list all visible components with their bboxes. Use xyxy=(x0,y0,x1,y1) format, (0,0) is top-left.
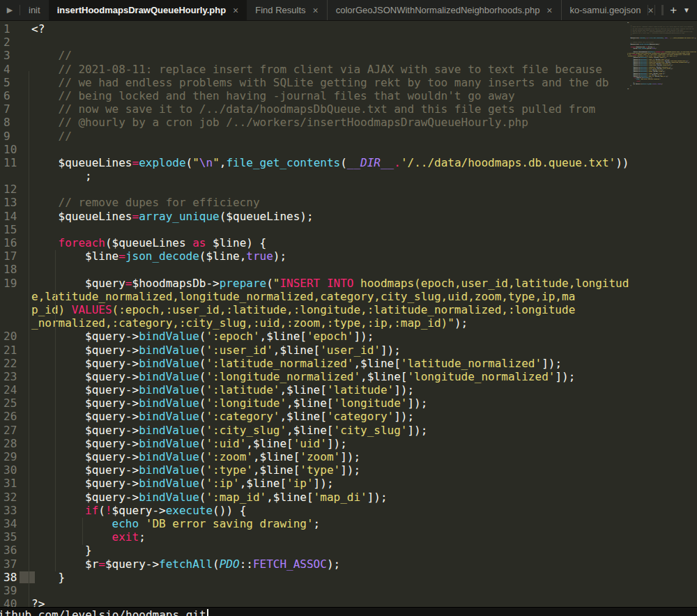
code-line: $queueLines=explode("\n",file_get_conten… xyxy=(627,37,697,38)
line-number: 26 xyxy=(3,410,27,423)
code-line: $queueLines=array_unique($queueLines); xyxy=(31,210,697,223)
line-number: 25 xyxy=(3,396,27,410)
line-number: 19 xyxy=(3,277,27,290)
code-line: // remove dupes for efficiecny xyxy=(31,196,697,209)
close-tab-icon[interactable]: × xyxy=(313,5,319,16)
tab-label: insertHoodmapsDrawQueueHourly.php xyxy=(57,5,226,15)
tab-label: colorGeoJSONWithNormalizedNeighborhoods.… xyxy=(336,5,540,15)
line-number: 2 xyxy=(3,36,27,49)
code-line: $query->bindValue(':city_slug',$line['ci… xyxy=(31,424,697,437)
tab[interactable]: init xyxy=(20,0,49,20)
code-line: $query->bindValue(':longitude',$line['lo… xyxy=(31,396,697,410)
code-line: e,latitude_normalized,longitude_normaliz… xyxy=(31,290,697,303)
code-line: <? xyxy=(31,22,697,36)
line-number xyxy=(3,316,27,330)
line-number: 38 xyxy=(3,571,27,584)
line-number: 14 xyxy=(3,210,27,223)
code-line: $query->bindValue(':zoom',$line['zoom'])… xyxy=(31,450,697,463)
tab-label: init xyxy=(29,5,40,15)
close-tab-icon[interactable]: × xyxy=(233,5,238,16)
code-line xyxy=(31,36,697,49)
minimap[interactable]: <? // // 2021-08-11: replace insert from… xyxy=(627,22,697,93)
line-number: 8 xyxy=(3,116,27,129)
code-line: $query->bindValue(':type',$line['type'])… xyxy=(31,463,697,477)
code-editor[interactable]: 1234567891011121314151617181920212223242… xyxy=(0,21,697,616)
code-line: } xyxy=(31,571,697,584)
tab-overflow-button[interactable]: ▼ xyxy=(683,6,690,14)
code-line: _normalized,:category,:city_slug,:uid,:z… xyxy=(31,316,697,330)
code-line: $query=$hoodmapsDb->prepare("INSERT INTO… xyxy=(31,277,697,290)
code-line: $query->bindValue(':user_id',$line['user… xyxy=(31,344,697,357)
line-number: 11 xyxy=(3,156,27,169)
line-number: 30 xyxy=(3,463,27,477)
code-line: $query->bindValue(':uid',$line['uid']); xyxy=(31,437,697,450)
code-line: $query->bindValue(':epoch',$line['epoch'… xyxy=(31,330,697,343)
tab[interactable]: Find Results× xyxy=(247,0,326,20)
line-number: 27 xyxy=(3,424,27,437)
indent-guide xyxy=(82,518,83,545)
line-number: 22 xyxy=(3,357,27,370)
code-line: p_id) VALUES(:epoch,:user_id,:latitude,:… xyxy=(31,303,697,316)
tab-separator xyxy=(654,5,655,15)
code-line: $query->bindValue(':category',$line['cat… xyxy=(31,410,697,423)
play-icon: ▶ xyxy=(7,6,13,15)
line-number: 35 xyxy=(3,530,27,544)
code-line: // 2021-08-11: replace insert from clien… xyxy=(31,63,697,76)
tab[interactable]: colorGeoJSONWithNormalizedNeighborhoods.… xyxy=(327,0,561,20)
line-number: 6 xyxy=(3,89,27,102)
line-number xyxy=(3,303,27,316)
code-line: exit; xyxy=(31,530,697,544)
tab-separator xyxy=(661,5,664,15)
tab-label: ko-samui.geojson xyxy=(570,5,641,15)
line-number: 21 xyxy=(3,344,27,357)
minimap-content: <? // // 2021-08-11: replace insert from… xyxy=(627,22,697,89)
code-line: echo 'DB error saving drawing'; xyxy=(31,517,697,530)
tab-right-controls: + ▼ xyxy=(641,0,697,20)
code-line: $query->bindValue(':latitude',$line['lat… xyxy=(31,383,697,396)
new-tab-button[interactable]: + xyxy=(670,4,677,16)
line-number: 28 xyxy=(3,437,27,450)
code-line: $query->bindValue(':longitude_normalized… xyxy=(31,370,697,383)
line-number: 12 xyxy=(3,183,27,196)
indent-guide xyxy=(29,71,29,616)
code-line: foreach($queueLines as $line) { xyxy=(31,236,697,249)
tab[interactable]: insertHoodmapsDrawQueueHourly.php× xyxy=(49,0,247,20)
code-line xyxy=(31,183,697,196)
indent-guide xyxy=(55,250,56,571)
code-line: // being locked and then having -journal… xyxy=(31,89,697,102)
close-tab-icon[interactable]: × xyxy=(546,5,552,16)
code-line: $r=$query->fetchAll(PDO::FETCH_ASSOC); xyxy=(31,557,697,571)
code-line: // @hourly by a cron job /../workers/ins… xyxy=(31,116,697,129)
line-number: 20 xyxy=(3,330,27,343)
code-line: // now we save it to /../data/hoodmapsDb… xyxy=(31,102,697,116)
code-line: ?> xyxy=(627,88,697,89)
play-button[interactable]: ▶ xyxy=(0,0,20,20)
line-number xyxy=(3,290,27,303)
code-line: // xyxy=(31,49,697,62)
tab-strip: initinsertHoodmapsDrawQueueHourly.php×Fi… xyxy=(20,0,641,20)
line-number: 31 xyxy=(3,477,27,490)
editor-window: ▶ initinsertHoodmapsDrawQueueHourly.php×… xyxy=(0,0,697,616)
code-line: // xyxy=(31,130,697,143)
status-input-text: ithub.com/levelsio/hoodmaps.git xyxy=(0,608,206,616)
tab-label: Find Results xyxy=(255,5,305,15)
code-lines[interactable]: <? // // 2021-08-11: replace insert from… xyxy=(27,21,697,616)
code-line xyxy=(31,223,697,236)
line-number: 18 xyxy=(3,263,27,276)
code-line: ; xyxy=(31,169,697,183)
line-number: 9 xyxy=(3,130,27,143)
code-line: $line=json_decode($line,true); xyxy=(31,249,697,263)
line-number: 13 xyxy=(3,196,27,209)
line-number xyxy=(3,169,27,183)
code-line: if(!$query->execute()) { xyxy=(31,504,697,517)
line-number: 24 xyxy=(3,383,27,396)
code-line xyxy=(31,263,697,276)
line-number: 3 xyxy=(3,49,27,62)
status-input-bar[interactable]: ithub.com/levelsio/hoodmaps.git xyxy=(0,607,697,616)
gutter: 1234567891011121314151617181920212223242… xyxy=(0,21,27,616)
tab-separator xyxy=(648,5,648,15)
code-line: // we had endless problems with SQLite g… xyxy=(31,76,697,89)
text-cursor xyxy=(207,609,208,616)
code-line xyxy=(31,584,697,597)
code-line: } xyxy=(31,544,697,557)
